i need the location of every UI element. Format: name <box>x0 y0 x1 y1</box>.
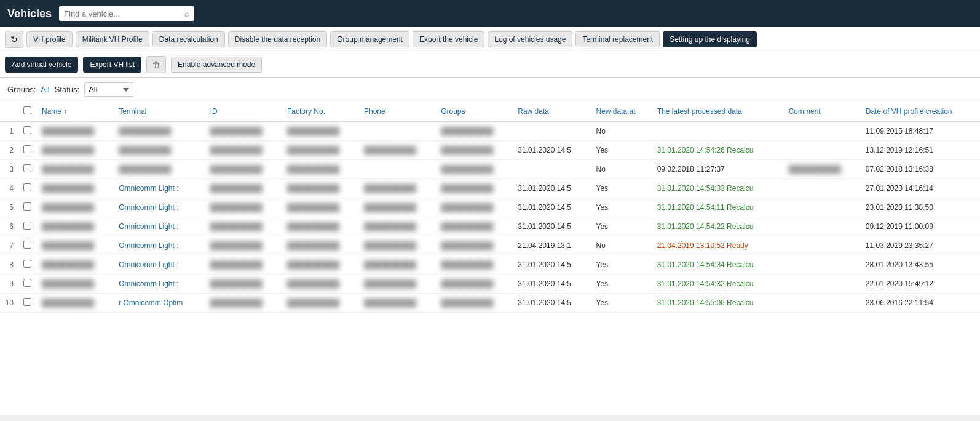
col-id[interactable]: ID <box>205 102 282 121</box>
row-factory: ██████████ <box>282 217 359 236</box>
col-phone[interactable]: Phone <box>359 102 436 121</box>
row-checkbox[interactable] <box>23 164 31 172</box>
disable-data-button[interactable]: Disable the data reception <box>228 31 327 47</box>
row-phone: ██████████ <box>359 217 436 236</box>
row-groups: ██████████ <box>436 294 513 313</box>
row-groups: ██████████ <box>436 179 513 198</box>
log-usage-button[interactable]: Log of vehicles usage <box>488 31 572 47</box>
row-raw-data: 31.01.2020 14:5 <box>513 198 591 217</box>
row-num: 4 <box>0 179 18 198</box>
row-checkbox[interactable] <box>23 183 31 191</box>
row-phone: ██████████ <box>359 255 436 275</box>
col-name[interactable]: Name ↑ <box>37 102 114 121</box>
row-checkbox[interactable] <box>23 222 31 230</box>
add-virtual-vehicle-button[interactable]: Add virtual vehicle <box>5 57 78 73</box>
row-terminal: Omnicomm Light : <box>114 255 205 275</box>
row-phone: ██████████ <box>359 198 436 217</box>
row-checkbox-cell[interactable] <box>18 294 37 313</box>
row-latest-processed: 31.01.2020 14:54:32 Recalcu <box>652 275 784 294</box>
row-id: ██████████ <box>205 121 282 141</box>
row-raw-data: 31.01.2020 14:5 <box>513 294 591 313</box>
trash-button[interactable]: 🗑 <box>146 56 166 73</box>
col-latest-processed[interactable]: The latest processed data <box>652 102 784 121</box>
row-checkbox-cell[interactable] <box>18 198 37 217</box>
row-checkbox-cell[interactable] <box>18 236 37 255</box>
col-terminal[interactable]: Terminal <box>114 102 205 121</box>
row-raw-data: 31.01.2020 14:5 <box>513 141 591 160</box>
row-vh-date: 11.03.2019 23:35:27 <box>861 236 980 255</box>
col-raw-data[interactable]: Raw data <box>513 102 591 121</box>
terminal-replace-button[interactable]: Terminal replacement <box>575 31 660 47</box>
row-terminal: r Omnicomm Optim <box>114 294 205 313</box>
setup-display-button[interactable]: Setting up the displaying <box>663 31 757 47</box>
row-comment <box>784 141 861 160</box>
search-box[interactable]: ⌕ <box>59 6 194 21</box>
row-new-data: No <box>591 160 652 179</box>
row-terminal: Omnicomm Light : <box>114 236 205 255</box>
refresh-button[interactable]: ↻ <box>5 31 23 48</box>
toolbar-row-1: ↻ VH profile Militank VH Profile Data re… <box>0 27 980 52</box>
data-recalc-button[interactable]: Data recalculation <box>152 31 225 47</box>
row-checkbox-cell[interactable] <box>18 160 37 179</box>
row-checkbox-cell[interactable] <box>18 255 37 275</box>
row-checkbox[interactable] <box>23 126 31 134</box>
row-checkbox-cell[interactable] <box>18 275 37 294</box>
groups-all-link[interactable]: All <box>41 85 49 94</box>
row-id: ██████████ <box>205 275 282 294</box>
row-name: ██████████ <box>37 198 114 217</box>
row-checkbox[interactable] <box>23 279 31 287</box>
export-list-button[interactable]: Export VH list <box>83 57 141 73</box>
row-checkbox-cell[interactable] <box>18 179 37 198</box>
row-raw-data <box>513 160 591 179</box>
row-comment <box>784 121 861 141</box>
row-comment <box>784 236 861 255</box>
row-factory: ██████████ <box>282 294 359 313</box>
row-checkbox[interactable] <box>23 145 31 153</box>
row-new-data: Yes <box>591 275 652 294</box>
row-checkbox[interactable] <box>23 260 31 268</box>
row-latest-processed: 31.01.2020 14:54:26 Recalcu <box>652 141 784 160</box>
row-num: 1 <box>0 121 18 141</box>
row-groups: ██████████ <box>436 255 513 275</box>
row-id: ██████████ <box>205 179 282 198</box>
group-mgmt-button[interactable]: Group management <box>330 31 409 47</box>
table-row: 7 ██████████ Omnicomm Light : ██████████… <box>0 236 980 255</box>
search-input[interactable] <box>64 9 184 18</box>
row-factory: ██████████ <box>282 141 359 160</box>
row-latest-processed: 31.01.2020 14:55:06 Recalcu <box>652 294 784 313</box>
col-new-data[interactable]: New data at <box>591 102 652 121</box>
col-comment[interactable]: Comment <box>784 102 861 121</box>
col-groups[interactable]: Groups <box>436 102 513 121</box>
row-raw-data <box>513 121 591 141</box>
search-icon: ⌕ <box>184 9 189 18</box>
table-row: 10 ██████████ r Omnicomm Optim █████████… <box>0 294 980 313</box>
row-terminal: ██████████ <box>114 160 205 179</box>
groups-label: Groups: <box>7 85 36 94</box>
col-factory[interactable]: Factory No. <box>282 102 359 121</box>
col-vh-date[interactable]: Date of VH profile creation <box>861 102 980 121</box>
advanced-mode-button[interactable]: Enable advanced mode <box>171 57 262 73</box>
row-latest-processed: 31.01.2020 14:54:33 Recalcu <box>652 179 784 198</box>
select-all-checkbox[interactable] <box>23 106 31 114</box>
export-vehicle-button[interactable]: Export the vehicle <box>413 31 484 47</box>
row-groups: ██████████ <box>436 236 513 255</box>
table-row: 5 ██████████ Omnicomm Light : ██████████… <box>0 198 980 217</box>
militank-button[interactable]: Militank VH Profile <box>76 31 149 47</box>
row-checkbox-cell[interactable] <box>18 141 37 160</box>
filter-bar: Groups: All Status: All <box>0 78 980 102</box>
vh-profile-button[interactable]: VH profile <box>26 31 73 47</box>
row-checkbox-cell[interactable] <box>18 121 37 141</box>
row-latest-processed: 09.02.2018 11:27:37 <box>652 160 784 179</box>
row-new-data: Yes <box>591 198 652 217</box>
row-num: 7 <box>0 236 18 255</box>
row-new-data: Yes <box>591 294 652 313</box>
row-phone: ██████████ <box>359 179 436 198</box>
table-row: 1 ██████████ ██████████ ██████████ █████… <box>0 121 980 141</box>
status-select[interactable]: All <box>84 82 133 97</box>
table-row: 3 ██████████ ██████████ ██████████ █████… <box>0 160 980 179</box>
row-checkbox[interactable] <box>23 298 31 306</box>
row-num: 3 <box>0 160 18 179</box>
row-checkbox-cell[interactable] <box>18 217 37 236</box>
row-checkbox[interactable] <box>23 241 31 249</box>
row-checkbox[interactable] <box>23 202 31 210</box>
